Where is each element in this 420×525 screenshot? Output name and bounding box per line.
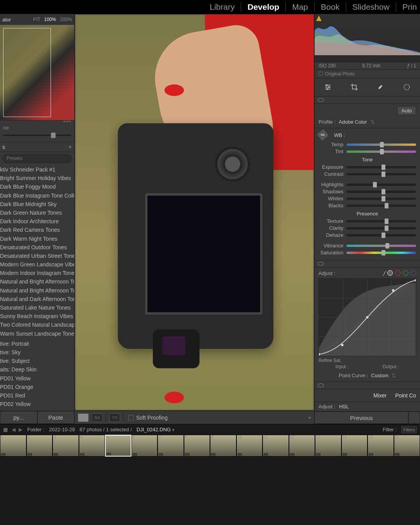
- tab-book[interactable]: Book: [315, 2, 346, 12]
- view-loupe-icon[interactable]: [78, 413, 89, 422]
- curve-panel-eye[interactable]: [315, 260, 420, 268]
- amount-track[interactable]: [3, 135, 71, 136]
- filmstrip-thumb[interactable]: 1: [0, 435, 26, 457]
- folder-name[interactable]: 2022-10-29: [49, 427, 75, 432]
- preset-item[interactable]: Natural and Bright Afternoon Tones v2: [0, 286, 74, 295]
- preset-item[interactable]: Warm Sunset Landscape Tones: [0, 329, 74, 338]
- blacks-slider[interactable]: Blacks: [318, 203, 416, 208]
- preset-item[interactable]: Desaturated Urban Street Tones: [0, 252, 74, 260]
- preset-item[interactable]: Dark Warm Night Tones: [0, 234, 74, 243]
- point-color-tab[interactable]: Point Co: [395, 392, 416, 399]
- filmstrip-thumb[interactable]: 9: [210, 435, 236, 457]
- original-photo-toggle[interactable]: Original Photo: [315, 70, 420, 79]
- shadows-slider[interactable]: Shadows: [318, 189, 416, 194]
- checkbox-icon[interactable]: [318, 72, 323, 76]
- tab-print[interactable]: Prin: [396, 2, 420, 12]
- masking-icon[interactable]: [402, 82, 411, 92]
- tab-develop[interactable]: Develop: [241, 2, 286, 12]
- parametric-curve-icon[interactable]: 𝑓: [383, 270, 385, 276]
- grid-icon[interactable]: ▦: [3, 427, 7, 432]
- contrast-slider[interactable]: Contrast: [318, 171, 416, 177]
- red-channel-icon[interactable]: [395, 270, 401, 276]
- filmstrip-thumb[interactable]: 4: [79, 435, 105, 457]
- mixer-tab[interactable]: Mixer: [373, 392, 387, 399]
- preset-item[interactable]: Dark Blue Instagram Tone Collection: [0, 191, 74, 200]
- preset-item[interactable]: Dark Red Camera Tones: [0, 226, 74, 234]
- photo-canvas[interactable]: [75, 14, 314, 411]
- crop-icon[interactable]: [350, 82, 359, 92]
- filmstrip-thumb[interactable]: 14: [341, 435, 368, 457]
- preset-item[interactable]: Modern Indoor Instagram Tones: [0, 269, 74, 277]
- blue-channel-icon[interactable]: [411, 270, 416, 276]
- chevron-updown-icon[interactable]: ⇅: [371, 119, 375, 125]
- preset-item[interactable]: Natural and Bright Afternoon Tones: [0, 277, 74, 286]
- preset-item[interactable]: Two Colored Natural Landscape: [0, 320, 74, 329]
- preset-item[interactable]: Desaturated Outdoor Tones: [0, 243, 74, 252]
- sliders-icon[interactable]: [323, 82, 332, 92]
- eye-icon[interactable]: [318, 383, 324, 387]
- preset-item[interactable]: Dark Blue Foggy Mood: [0, 182, 74, 191]
- preset-search[interactable]: Presets: [2, 154, 72, 163]
- chevron-down-icon[interactable]: ▾: [172, 427, 175, 432]
- tint-slider[interactable]: Tint: [318, 149, 416, 154]
- tab-slideshow[interactable]: Slideshow: [346, 2, 396, 12]
- profile-row[interactable]: Profile : Adobe Color ⇅: [315, 117, 420, 128]
- preset-item[interactable]: Sunny Beach Instagram Vibes: [0, 312, 74, 320]
- filename[interactable]: DJI_0242.DNG ▾: [136, 427, 175, 432]
- temp-slider[interactable]: Temp: [318, 142, 416, 147]
- filter-dropdown[interactable]: Filters: [401, 426, 417, 433]
- eye-icon[interactable]: [318, 98, 324, 102]
- eye-icon[interactable]: [318, 262, 324, 266]
- preset-item[interactable]: tive: Portrait: [0, 340, 74, 348]
- paste-button[interactable]: Paste: [37, 411, 75, 424]
- preset-item[interactable]: Bright Summer Holiday Vibes: [0, 174, 74, 182]
- add-preset-icon[interactable]: +: [68, 144, 72, 150]
- healing-icon[interactable]: [376, 82, 385, 92]
- preset-item[interactable]: tive: Sky: [0, 348, 74, 357]
- vibrance-slider[interactable]: Vibrance: [318, 243, 416, 248]
- filmstrip-thumb[interactable]: 13: [315, 435, 341, 457]
- eyedropper-icon[interactable]: ✎: [317, 129, 329, 141]
- nav-back-icon[interactable]: ◀: [12, 427, 16, 432]
- preset-item[interactable]: ktiv Schneider Pack #1: [0, 165, 74, 174]
- navigator-thumbnail[interactable]: [0, 25, 74, 121]
- preset-item[interactable]: tive: Subject: [0, 357, 74, 365]
- rgb-channel-icon[interactable]: [387, 270, 393, 276]
- dehaze-slider[interactable]: Dehaze: [318, 232, 416, 238]
- preset-item[interactable]: PD02 Yellow: [0, 400, 74, 408]
- zoom-100[interactable]: 100%: [44, 17, 56, 22]
- saturation-slider[interactable]: Saturation: [318, 250, 416, 256]
- filmstrip-thumb[interactable]: 11: [262, 435, 289, 457]
- preset-item[interactable]: Dark Indoor Architecture: [0, 217, 74, 226]
- reset-button[interactable]: [408, 411, 420, 424]
- hsl-value[interactable]: HSL: [339, 404, 349, 410]
- filmstrip-thumb[interactable]: 16: [394, 435, 420, 457]
- filmstrip[interactable]: 12345678910111213141516: [0, 435, 420, 457]
- filmstrip-thumb[interactable]: 15: [368, 435, 394, 457]
- chevron-updown-icon[interactable]: ⇅: [392, 373, 396, 378]
- filmstrip-thumb[interactable]: 7: [158, 435, 184, 457]
- exposure-slider[interactable]: Exposure: [318, 164, 416, 170]
- nav-forward-icon[interactable]: ▶: [19, 427, 23, 432]
- view-yy-icon[interactable]: YY: [109, 413, 120, 422]
- filmstrip-thumb[interactable]: 8: [184, 435, 210, 457]
- toolbar-expand-icon[interactable]: ▾: [308, 415, 311, 421]
- whites-slider[interactable]: Whites: [318, 196, 416, 201]
- preset-item[interactable]: PD01 Orange: [0, 383, 74, 391]
- soft-proofing-toggle[interactable]: Soft Proofing: [128, 415, 168, 421]
- filmstrip-thumb[interactable]: 3: [52, 435, 79, 457]
- preset-item[interactable]: Modern Green Landscape Vibes: [0, 260, 74, 269]
- filmstrip-thumb[interactable]: 12: [289, 435, 315, 457]
- basic-panel-eye[interactable]: [315, 96, 420, 104]
- previous-button[interactable]: Previous: [315, 411, 408, 424]
- tone-curve-canvas[interactable]: [318, 278, 416, 356]
- color-panel-eye[interactable]: [315, 382, 420, 389]
- green-channel-icon[interactable]: [403, 270, 408, 276]
- zoom-fit[interactable]: FIT: [33, 17, 40, 22]
- checkbox-icon[interactable]: [128, 415, 134, 420]
- auto-button[interactable]: Auto: [397, 106, 416, 115]
- filmstrip-thumb[interactable]: 10: [236, 435, 263, 457]
- tab-library[interactable]: Library: [203, 2, 241, 12]
- histogram[interactable]: [315, 14, 420, 62]
- tab-map[interactable]: Map: [286, 2, 315, 12]
